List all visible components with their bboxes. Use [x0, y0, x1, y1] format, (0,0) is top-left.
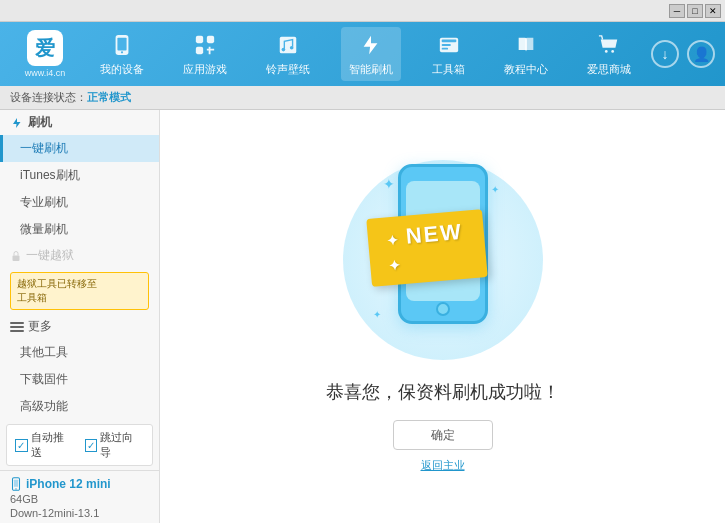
logo-text: www.i4.cn	[25, 68, 66, 78]
svg-rect-5	[196, 47, 203, 54]
svg-rect-4	[207, 36, 214, 43]
nav-label: 爱思商城	[587, 62, 631, 77]
auto-send-checkbox[interactable]: 自动推送	[15, 430, 75, 460]
nav-apps-games[interactable]: 应用游戏	[175, 27, 235, 81]
book-icon	[512, 31, 540, 59]
sidebar: 刷机 一键刷机 iTunes刷机 专业刷机 微量刷机 一键越狱 越狱工具已转移至…	[0, 110, 160, 523]
svg-rect-12	[441, 48, 447, 50]
nav-store[interactable]: 爱思商城	[579, 27, 639, 81]
svg-point-14	[612, 50, 615, 53]
device-storage: 64GB	[10, 493, 149, 505]
flash-section-label: 刷机	[28, 114, 52, 131]
svg-rect-3	[196, 36, 203, 43]
sidebar-item-jailbreak: 一键越狱	[26, 247, 74, 264]
header-right: ↓ 👤	[651, 40, 715, 68]
svg-point-18	[15, 488, 16, 489]
svg-point-13	[605, 50, 608, 53]
success-title: 恭喜您，保资料刷机成功啦！	[326, 380, 560, 404]
connection-status-bar: 设备连接状态： 正常模式	[0, 86, 725, 110]
sidebar-item-itunes-flash[interactable]: iTunes刷机	[0, 162, 159, 189]
nav-label: 我的设备	[100, 62, 144, 77]
nav-label: 工具箱	[432, 62, 465, 77]
main-content: ✦ ✦ ✦ NEW 恭喜您，保资料刷机成功啦！ 确定 返回主业	[160, 110, 725, 523]
logo-icon: 爱	[27, 30, 63, 66]
maximize-button[interactable]: □	[687, 4, 703, 18]
sidebar-item-download-fw[interactable]: 下载固件	[0, 366, 159, 393]
music-icon	[274, 31, 302, 59]
nav-label: 智能刷机	[349, 62, 393, 77]
sparkle-2: ✦	[491, 184, 499, 195]
sidebar-item-pro-flash[interactable]: 专业刷机	[0, 189, 159, 216]
flash-icon	[357, 31, 385, 59]
nav-tutorials[interactable]: 教程中心	[496, 27, 556, 81]
skip-wizard-check[interactable]	[85, 439, 98, 452]
nav-ringtones[interactable]: 铃声壁纸	[258, 27, 318, 81]
svg-rect-17	[14, 480, 18, 487]
sidebar-item-other-tools[interactable]: 其他工具	[0, 339, 159, 366]
nav-label: 铃声壁纸	[266, 62, 310, 77]
status-label: 设备连接状态：	[10, 90, 87, 105]
svg-point-7	[281, 48, 285, 52]
apps-icon	[191, 31, 219, 59]
phone-icon	[108, 31, 136, 59]
device-name: iPhone 12 mini	[10, 477, 149, 491]
logo[interactable]: 爱 www.i4.cn	[10, 30, 80, 78]
status-value: 正常模式	[87, 90, 131, 105]
nav-label: 应用游戏	[183, 62, 227, 77]
new-banner: NEW	[366, 209, 487, 287]
svg-rect-11	[441, 44, 450, 46]
sidebar-item-micro-flash[interactable]: 微量刷机	[0, 216, 159, 243]
download-button[interactable]: ↓	[651, 40, 679, 68]
nav-bar: 我的设备 应用游戏 铃声壁纸 智能刷机 工具箱	[80, 27, 651, 81]
nav-label: 教程中心	[504, 62, 548, 77]
sparkle-1: ✦	[383, 176, 395, 192]
window-controls[interactable]: ─ □ ✕	[669, 4, 721, 18]
svg-rect-10	[441, 40, 456, 43]
svg-point-2	[120, 51, 122, 53]
sidebar-flash-header: 刷机	[0, 110, 159, 135]
header: 爱 www.i4.cn 我的设备 应用游戏 铃声壁纸	[0, 22, 725, 86]
success-illustration: ✦ ✦ ✦ NEW	[343, 160, 543, 360]
sparkle-3: ✦	[373, 309, 381, 320]
title-bar: ─ □ ✕	[0, 0, 725, 22]
sidebar-item-advanced[interactable]: 高级功能	[0, 393, 159, 420]
svg-rect-15	[13, 255, 20, 261]
back-link[interactable]: 返回主业	[421, 458, 465, 473]
sidebar-item-one-key-flash[interactable]: 一键刷机	[0, 135, 159, 162]
jailbreak-section: 一键越狱	[0, 243, 159, 268]
main-layout: 刷机 一键刷机 iTunes刷机 专业刷机 微量刷机 一键越狱 越狱工具已转移至…	[0, 110, 725, 523]
phone-home-button	[436, 302, 450, 316]
confirm-button[interactable]: 确定	[393, 420, 493, 450]
device-system: Down-12mini-13.1	[10, 507, 149, 519]
store-icon	[595, 31, 623, 59]
checkbox-row: 自动推送 跳过向导	[6, 424, 153, 466]
menu-icon	[10, 322, 24, 332]
tools-icon	[435, 31, 463, 59]
minimize-button[interactable]: ─	[669, 4, 685, 18]
device-section: iPhone 12 mini 64GB Down-12mini-13.1	[0, 470, 159, 523]
svg-point-8	[290, 46, 294, 50]
jailbreak-note: 越狱工具已转移至 工具箱	[10, 272, 149, 310]
auto-send-check[interactable]	[15, 439, 28, 452]
nav-my-device[interactable]: 我的设备	[92, 27, 152, 81]
svg-rect-1	[117, 38, 126, 51]
close-button[interactable]: ✕	[705, 4, 721, 18]
user-button[interactable]: 👤	[687, 40, 715, 68]
flash-section-icon	[10, 116, 24, 130]
nav-smart-flash[interactable]: 智能刷机	[341, 27, 401, 81]
nav-toolbox[interactable]: 工具箱	[424, 27, 473, 81]
sidebar-more-header: 更多	[0, 314, 159, 339]
skip-wizard-checkbox[interactable]: 跳过向导	[85, 430, 145, 460]
